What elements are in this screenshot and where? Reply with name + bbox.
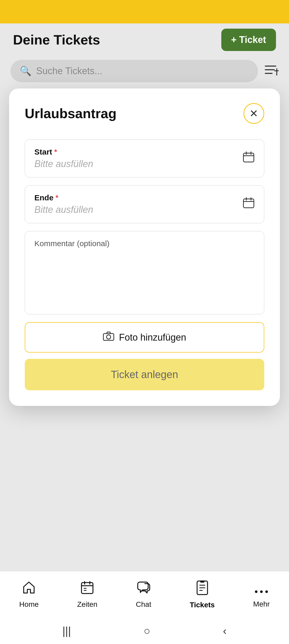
svg-point-26 [255, 590, 257, 593]
svg-point-28 [265, 590, 268, 593]
modal-overlay: Urlaubsantrag ✕ Start * Bitte ausfüllen [0, 81, 289, 579]
modal-dialog: Urlaubsantrag ✕ Start * Bitte ausfüllen [9, 88, 280, 406]
start-field[interactable]: Start * Bitte ausfüllen [25, 139, 264, 177]
nav-tickets[interactable]: Tickets [182, 578, 223, 612]
system-menu-button[interactable]: ||| [62, 625, 71, 637]
system-nav: ||| ○ ‹ [0, 618, 289, 644]
start-placeholder: Bitte ausfüllen [34, 158, 255, 169]
mehr-icon [254, 581, 269, 597]
svg-point-14 [106, 335, 111, 339]
nav-chat[interactable]: Chat [128, 578, 159, 611]
nav-chat-label: Chat [136, 600, 151, 609]
svg-rect-5 [243, 153, 254, 162]
svg-rect-9 [243, 199, 254, 208]
add-ticket-button[interactable]: + Ticket [221, 29, 276, 51]
svg-point-27 [260, 590, 263, 593]
close-icon: ✕ [249, 107, 258, 119]
tickets-icon [196, 581, 209, 598]
system-back-button[interactable]: ‹ [223, 625, 227, 637]
submit-button[interactable]: Ticket anlegen [25, 359, 264, 390]
nav-zeiten-label: Zeiten [77, 600, 97, 609]
start-label: Start * [34, 148, 255, 156]
close-button[interactable]: ✕ [243, 103, 264, 124]
end-required-star: * [55, 194, 58, 202]
camera-icon [103, 331, 114, 343]
nav-home-label: Home [19, 600, 39, 609]
header-row: Deine Tickets + Ticket [0, 29, 289, 51]
end-field[interactable]: Ende * Bitte ausfüllen [25, 185, 264, 223]
end-label: Ende * [34, 193, 255, 202]
status-bar [0, 0, 289, 23]
home-icon [22, 581, 36, 598]
nav-home[interactable]: Home [11, 578, 47, 611]
system-home-button[interactable]: ○ [144, 625, 150, 637]
chat-icon [136, 581, 151, 598]
search-box[interactable]: 🔍 Suche Tickets... [10, 60, 258, 82]
svg-rect-25 [200, 581, 204, 583]
svg-rect-15 [81, 583, 93, 594]
search-placeholder: Suche Tickets... [36, 66, 102, 76]
end-calendar-icon [243, 197, 255, 212]
end-placeholder: Bitte ausfüllen [34, 204, 255, 215]
comment-field[interactable]: Kommentar (optional) [25, 231, 264, 314]
nav-tickets-label: Tickets [190, 601, 215, 609]
photo-button-label: Foto hinzufügen [119, 332, 186, 343]
start-calendar-icon [243, 151, 255, 166]
nav-zeiten[interactable]: Zeiten [69, 578, 105, 611]
nav-mehr-label: Mehr [253, 600, 270, 608]
search-row: 🔍 Suche Tickets... [10, 60, 279, 82]
modal-title: Urlaubsantrag [25, 106, 117, 121]
photo-button[interactable]: Foto hinzufügen [25, 322, 264, 353]
start-required-star: * [54, 148, 57, 156]
filter-icon[interactable] [264, 64, 279, 78]
nav-mehr[interactable]: Mehr [245, 579, 278, 611]
search-icon: 🔍 [20, 66, 32, 76]
comment-label: Kommentar (optional) [34, 239, 255, 248]
bottom-nav: Home Zeiten Chat [0, 571, 289, 618]
modal-header: Urlaubsantrag ✕ [25, 103, 264, 124]
zeiten-icon [80, 581, 94, 598]
page-title: Deine Tickets [13, 32, 100, 48]
